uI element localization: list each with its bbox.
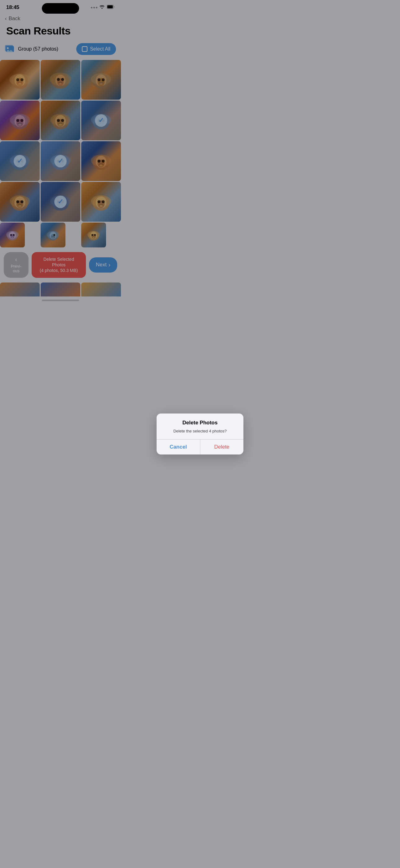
dialog-overlay: Delete Photos Delete the selected 4 phot… <box>0 0 121 304</box>
